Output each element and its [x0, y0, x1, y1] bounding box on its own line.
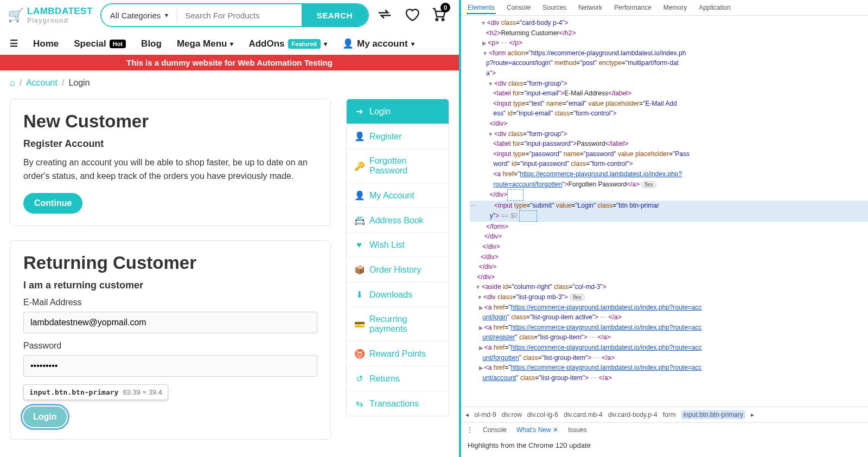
sidebar-item-icon: ♉	[354, 349, 364, 359]
sidebar-item-label: Recurring payments	[369, 314, 441, 334]
search-button[interactable]: SEARCH	[302, 4, 368, 26]
drawer-tab-what-s-new[interactable]: What's New ✕	[516, 426, 558, 434]
hamburger-icon[interactable]: ☰	[10, 38, 18, 49]
sidebar-item-label: Forgotten Password	[369, 156, 441, 176]
logo[interactable]: 🛒 LAMBDATEST Playground	[8, 6, 93, 24]
logo-subtext: Playground	[27, 17, 93, 24]
breadcrumb-login: Login	[68, 78, 90, 88]
returning-title: Returning Customer	[23, 253, 317, 273]
chevron-down-icon: ▾	[165, 11, 168, 19]
sidebar-item-login[interactable]: ➜Login	[347, 99, 449, 124]
sidebar-item-icon: ♥	[354, 240, 364, 250]
cart-icon[interactable]: 0	[431, 6, 447, 24]
hot-badge: Hot	[110, 40, 126, 48]
devtools-tab-elements[interactable]: Elements	[467, 2, 496, 14]
password-field[interactable]	[23, 355, 317, 377]
crumb-right-arrow[interactable]: ▸	[751, 411, 754, 419]
devtools-tab-performance[interactable]: Performance	[613, 2, 653, 14]
password-label: Password	[23, 341, 317, 351]
sidebar-item-label: Downloads	[369, 290, 412, 300]
sidebar-item-register[interactable]: 👤Register	[347, 124, 449, 149]
devtools-breadcrumb[interactable]: ◂ol-md-9div.rowdiv.col-lg-6div.card.mb-4…	[461, 407, 868, 422]
email-label: E-Mail Address	[23, 298, 317, 307]
header-icons: 0	[376, 6, 451, 24]
sidebar-item-label: Order History	[369, 265, 421, 275]
home-icon[interactable]: ⌂	[10, 78, 15, 88]
sidebar-item-label: Address Book	[369, 216, 424, 226]
kebab-icon[interactable]: ⋮	[467, 426, 473, 434]
sidebar-item-label: Reward Points	[369, 349, 426, 359]
devtools-tab-console[interactable]: Console	[506, 2, 532, 14]
compare-icon[interactable]	[376, 6, 393, 24]
sidebar-item-label: Returns	[369, 374, 400, 384]
returning-subtitle: I am a returning customer	[23, 280, 317, 291]
sidebar-item-my-account[interactable]: 👤My Account	[347, 183, 449, 208]
categories-dropdown[interactable]: All Categories ▾	[101, 4, 177, 26]
devtools-tab-sources[interactable]: Sources	[541, 2, 567, 14]
menu-account[interactable]: 👤 My account ▾	[342, 38, 414, 49]
sidebar-item-icon: ↺	[354, 374, 364, 384]
sidebar-item-order-history[interactable]: 📦Order History	[347, 258, 449, 282]
drawer-tab-issues[interactable]: Issues	[568, 426, 587, 434]
sidebar-item-address-book[interactable]: 📇Address Book	[347, 208, 449, 233]
crumb-item[interactable]: div.row	[502, 411, 522, 419]
sidebar-item-icon: 💳	[354, 319, 364, 330]
crumb-left-arrow[interactable]: ◂	[465, 411, 469, 419]
sidebar-item-recurring-payments[interactable]: 💳Recurring payments	[347, 307, 449, 342]
sidebar-item-icon: 📇	[354, 215, 364, 226]
browser-page: 🛒 LAMBDATEST Playground All Categories ▾…	[0, 0, 461, 457]
devtools-tab-memory[interactable]: Memory	[662, 2, 688, 14]
breadcrumb-account[interactable]: Account	[26, 78, 58, 88]
heart-icon[interactable]	[404, 6, 420, 24]
chevron-down-icon: ▾	[324, 40, 327, 48]
sidebar-item-label: My Account	[369, 191, 414, 201]
menu-mega[interactable]: Mega Menu▾	[177, 38, 234, 49]
devtools-tabs: ElementsConsoleSourcesNetworkPerformance…	[461, 0, 868, 16]
sidebar-item-icon: ⬇	[354, 289, 364, 300]
crumb-item[interactable]: div.card.mb-4	[564, 411, 603, 419]
top-bar: 🛒 LAMBDATEST Playground All Categories ▾…	[0, 0, 459, 30]
chevron-down-icon: ▾	[230, 40, 233, 48]
devtools-tab-network[interactable]: Network	[577, 2, 603, 14]
new-customer-title: New Customer	[23, 111, 317, 132]
devtools-tab-application[interactable]: Application	[698, 2, 732, 14]
sidebar-item-forgotten-password[interactable]: 🔑Forgotten Password	[347, 149, 449, 183]
menu-special[interactable]: Special Hot	[74, 38, 126, 49]
devtools-drawer-body: Highlights from the Chrome 120 update	[461, 437, 868, 457]
menu-addons[interactable]: AddOns Featured ▾	[248, 38, 327, 49]
devtools-drawer-tabs: ⋮ConsoleWhat's New ✕Issues	[461, 422, 868, 437]
crumb-item[interactable]: ol-md-9	[474, 411, 496, 419]
sidebar-item-downloads[interactable]: ⬇Downloads	[347, 282, 449, 307]
logo-icon: 🛒	[8, 8, 24, 23]
crumb-item[interactable]: div.card-body.p-4	[608, 411, 658, 419]
crumb-item[interactable]: div.col-lg-6	[527, 411, 558, 419]
logo-text: LAMBDATEST	[27, 6, 93, 17]
banner: This is a dummy website for Web Automati…	[0, 55, 459, 70]
sidebar-item-transactions[interactable]: ⇆Transactions	[347, 391, 449, 416]
crumb-item[interactable]: form	[663, 411, 676, 419]
main-menu: ☰ Home Special Hot Blog Mega Menu▾ AddOn…	[0, 30, 459, 55]
drawer-tab-console[interactable]: Console	[483, 426, 507, 434]
continue-button[interactable]: Continue	[23, 193, 82, 214]
sidebar-item-wish-list[interactable]: ♥Wish List	[347, 233, 449, 258]
new-customer-card: New Customer Register Account By creatin…	[10, 99, 331, 226]
chevron-down-icon: ▾	[411, 40, 414, 48]
returning-customer-card: Returning Customer I am a returning cust…	[10, 240, 331, 440]
sidebar-item-reward-points[interactable]: ♉Reward Points	[347, 342, 449, 366]
user-icon: 👤	[342, 38, 354, 49]
sidebar-item-returns[interactable]: ↺Returns	[347, 366, 449, 391]
svg-point-0	[436, 18, 438, 21]
new-customer-body: By creating an account you will be able …	[23, 156, 317, 183]
sidebar-item-icon: 👤	[354, 131, 364, 141]
email-field[interactable]	[23, 312, 317, 333]
crumb-item[interactable]: input.btn.btn-primary	[681, 410, 745, 419]
breadcrumb: ⌂ / Account / Login	[0, 70, 459, 95]
search-input[interactable]	[177, 11, 301, 20]
menu-home[interactable]: Home	[33, 38, 59, 49]
elements-tree[interactable]: ▼<div class="card-body p-4"> <h2>Returni…	[461, 16, 868, 407]
menu-blog[interactable]: Blog	[141, 38, 162, 49]
svg-point-1	[442, 18, 444, 21]
sidebar-item-icon: ➜	[354, 106, 364, 117]
sidebar-item-icon: 👤	[354, 190, 364, 201]
login-button[interactable]: Login	[23, 407, 67, 427]
